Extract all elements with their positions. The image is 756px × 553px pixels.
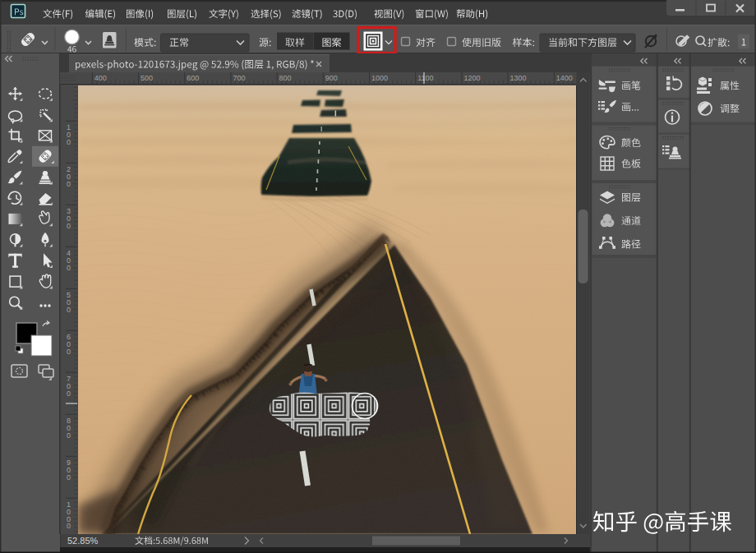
svg-text:52.85%: 52.85% — [67, 536, 99, 546]
svg-text:500: 500 — [141, 74, 153, 82]
svg-text:0: 0 — [67, 389, 71, 398]
svg-text:0: 0 — [67, 222, 71, 230]
svg-text:0: 0 — [67, 138, 71, 146]
svg-text:1200: 1200 — [463, 74, 480, 82]
svg-text:600: 600 — [187, 74, 199, 82]
svg-text:0: 0 — [67, 348, 71, 356]
svg-text:0: 0 — [67, 431, 71, 440]
svg-text:0: 0 — [67, 180, 71, 188]
svg-text:0: 0 — [67, 473, 71, 482]
svg-text:0: 0 — [67, 306, 71, 314]
svg-text:800: 800 — [279, 74, 292, 82]
svg-text:400: 400 — [94, 74, 107, 82]
svg-text:900: 900 — [325, 74, 338, 82]
svg-text:1400: 1400 — [556, 74, 573, 82]
svg-text:0: 0 — [67, 522, 71, 530]
svg-text:1100: 1100 — [417, 74, 433, 82]
svg-text:1300: 1300 — [510, 74, 527, 82]
svg-text:700: 700 — [233, 74, 245, 82]
svg-text:1000: 1000 — [371, 74, 388, 82]
svg-text:0: 0 — [67, 264, 71, 272]
